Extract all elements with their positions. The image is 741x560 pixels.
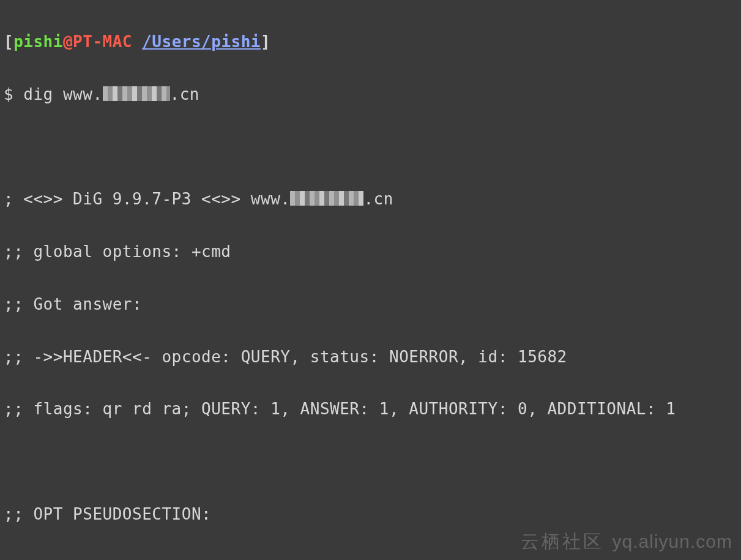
dig-flags: ;; flags: qr rd ra; QUERY: 1, ANSWER: 1,… — [4, 396, 739, 422]
bracket-close: ] — [261, 32, 270, 51]
dig-global-options: ;; global options: +cmd — [4, 239, 739, 265]
terminal-output: [pishi@PT-MAC /Users/pishi] $ dig www..c… — [0, 0, 741, 560]
dig-edns: ; EDNS: version: 0, flags:; udp: 4000 — [4, 554, 739, 560]
bracket-open: [ — [4, 32, 13, 51]
blank-line — [4, 449, 739, 475]
dig-got-answer: ;; Got answer: — [4, 291, 739, 318]
command-line[interactable]: $ dig www..cn — [4, 81, 739, 108]
command-text: dig www. — [23, 85, 102, 103]
blank-line — [4, 133, 739, 160]
prompt-symbol: $ — [4, 85, 23, 103]
prompt-host: PT-MAC — [73, 32, 132, 51]
dig-header: ;; ->>HEADER<<- opcode: QUERY, status: N… — [4, 344, 739, 370]
prompt-at: @ — [63, 32, 73, 51]
prompt-user: pishi — [13, 32, 63, 51]
prompt-line: [pishi@PT-MAC /Users/pishi] — [4, 29, 739, 55]
redacted-domain — [103, 86, 170, 101]
dig-opt-section: ;; OPT PSEUDOSECTION: — [4, 501, 739, 528]
redacted-domain — [290, 191, 363, 206]
prompt-cwd: /Users/pishi — [142, 32, 261, 51]
dig-banner: ; <<>> DiG 9.9.7-P3 <<>> www..cn — [4, 186, 739, 212]
